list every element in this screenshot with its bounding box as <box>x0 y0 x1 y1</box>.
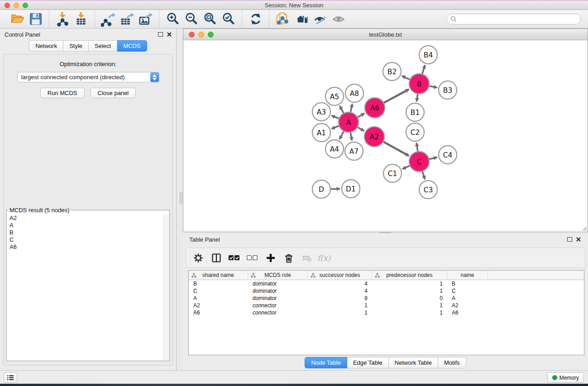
import-table-icon[interactable] <box>72 11 91 27</box>
graph-edge-A-A2[interactable] <box>358 127 364 131</box>
graph-edge-A-A8[interactable] <box>351 104 353 112</box>
graph-node-C[interactable]: C <box>409 152 429 172</box>
mcds-result-item[interactable]: A6 <box>7 243 163 251</box>
trash-icon[interactable] <box>282 251 296 265</box>
zoom-out-icon[interactable] <box>182 11 201 27</box>
graph-node-A8[interactable]: A8 <box>345 84 363 102</box>
graph-edge-C-C2[interactable] <box>416 143 418 151</box>
column-header-predecessor-nodes[interactable]: predecessor nodes <box>372 271 447 280</box>
graph-node-B[interactable]: B <box>409 74 429 94</box>
task-history-button[interactable] <box>4 372 17 383</box>
table-cell[interactable]: 1 <box>372 288 447 294</box>
close-panel-button[interactable]: Close panel <box>91 88 136 98</box>
checked-pair-icon[interactable] <box>228 251 241 265</box>
graph-edge-A6-B[interactable] <box>384 89 409 103</box>
export-table-icon[interactable] <box>118 11 136 27</box>
optimization-criterion-dropdown[interactable]: largest connected component (directed) <box>17 72 159 82</box>
graph-node-A[interactable]: A <box>339 112 359 132</box>
graph-edge-A-A7[interactable] <box>350 133 352 141</box>
graph-edge-B-B1[interactable] <box>416 94 417 101</box>
export-image-icon[interactable] <box>136 11 155 27</box>
search-input[interactable] <box>459 16 577 23</box>
table-row[interactable]: A6connector11A6 <box>189 309 584 316</box>
copy-document-icon[interactable] <box>273 11 292 27</box>
column-header-successor-nodes[interactable]: successor nodes <box>308 271 372 280</box>
graph-edge-A-A6[interactable] <box>358 114 364 117</box>
table-cell[interactable]: 1 <box>308 302 372 309</box>
houses-icon[interactable] <box>292 11 311 27</box>
table-cell[interactable]: A <box>447 295 488 301</box>
graph-edge-B-B3[interactable] <box>429 86 437 88</box>
graph-edge-A-A3[interactable] <box>331 116 339 119</box>
network-canvas[interactable]: B4B2BB3A5A8A6B1A3AC2A1A2A4A7C4CC1C3DD1 <box>183 41 588 232</box>
graph-node-C4[interactable]: C4 <box>439 146 457 164</box>
graph-edge-A2-C[interactable] <box>383 142 409 156</box>
table-cell[interactable]: 1 <box>372 302 447 309</box>
graph-node-B4[interactable]: B4 <box>419 46 437 64</box>
mcds-result-item[interactable]: C <box>7 236 163 243</box>
graph-node-B1[interactable]: B1 <box>406 103 424 121</box>
graph-node-A1[interactable]: A1 <box>312 124 330 142</box>
resize-grip-icon[interactable] <box>581 225 587 231</box>
mcds-result-item[interactable]: B <box>7 229 163 236</box>
memory-button[interactable]: Memory <box>547 372 584 383</box>
plus-icon[interactable] <box>264 251 277 265</box>
table-row[interactable]: Bdominator41B <box>189 280 584 287</box>
graph-node-B3[interactable]: B3 <box>439 81 457 99</box>
tab-network-table[interactable]: Network Table <box>389 357 438 368</box>
column-header-name[interactable]: name <box>447 271 488 280</box>
table-cell[interactable]: 4 <box>308 288 372 294</box>
function-builder-button[interactable]: f(x) <box>317 253 330 262</box>
result-scrollbar[interactable] <box>163 214 169 360</box>
graph-node-A6[interactable]: A6 <box>365 98 385 118</box>
graph-edge-A-A5[interactable] <box>339 106 344 113</box>
zoom-selected-icon[interactable] <box>219 11 238 27</box>
table-cell[interactable]: C <box>447 288 488 294</box>
network-window-titlebar[interactable]: testGlobe.txt <box>183 29 588 40</box>
table-cell[interactable]: B <box>447 281 488 287</box>
table-row[interactable]: Adominator80A <box>189 295 584 302</box>
tab-node-table[interactable]: Node Table <box>305 357 347 368</box>
gear-icon[interactable] <box>191 251 205 265</box>
graph-node-A4[interactable]: A4 <box>325 140 344 158</box>
zoom-in-icon[interactable] <box>163 11 182 27</box>
graph-node-B2[interactable]: B2 <box>383 62 401 81</box>
graph-node-A5[interactable]: A5 <box>325 87 344 105</box>
float-panel-icon[interactable] <box>158 32 163 37</box>
unchecked-pair-icon[interactable] <box>246 251 259 265</box>
table-cell[interactable]: 1 <box>372 281 447 287</box>
table-cell[interactable]: A6 <box>447 310 488 316</box>
graph-node-A2[interactable]: A2 <box>364 127 384 147</box>
vertical-splitter-grip[interactable] <box>180 192 182 204</box>
table-cell[interactable]: 0 <box>372 295 447 301</box>
table-cell[interactable]: A2 <box>447 302 488 309</box>
table-cell[interactable]: dominator <box>248 281 308 287</box>
tab-network[interactable]: Network <box>29 40 63 52</box>
search-box[interactable] <box>446 14 581 24</box>
table-cell[interactable]: A <box>189 295 248 301</box>
table-cell[interactable]: A2 <box>189 302 248 309</box>
graph-edge-B-B4[interactable] <box>422 65 425 74</box>
table-row[interactable]: Cdominator41C <box>189 287 584 295</box>
table-cell[interactable]: dominator <box>248 295 308 301</box>
table-cell[interactable]: B <box>189 281 248 287</box>
graph-node-A3[interactable]: A3 <box>312 103 330 121</box>
table-cell[interactable]: 4 <box>308 281 372 287</box>
table-row[interactable]: A2connector11A2 <box>189 302 584 309</box>
graph-edge-B-B2[interactable] <box>402 76 410 80</box>
table-cell[interactable]: dominator <box>248 288 308 294</box>
table-delete-icon[interactable] <box>300 251 314 265</box>
zoom-fit-icon[interactable] <box>201 11 219 27</box>
graph-node-D1[interactable]: D1 <box>342 180 360 198</box>
tab-select[interactable]: Select <box>89 40 117 52</box>
table-cell[interactable]: connector <box>248 310 308 316</box>
graph-edge-C-C3[interactable] <box>422 172 425 179</box>
save-session-icon[interactable] <box>26 11 45 27</box>
table-cell[interactable]: 1 <box>308 310 372 316</box>
export-network-icon[interactable] <box>99 11 118 27</box>
table-cell[interactable]: C <box>189 288 248 294</box>
columns-icon[interactable] <box>210 251 223 265</box>
table-cell[interactable]: A6 <box>189 310 248 316</box>
column-header-shared-name[interactable]: shared name <box>189 271 248 280</box>
graph-node-C3[interactable]: C3 <box>419 181 437 199</box>
